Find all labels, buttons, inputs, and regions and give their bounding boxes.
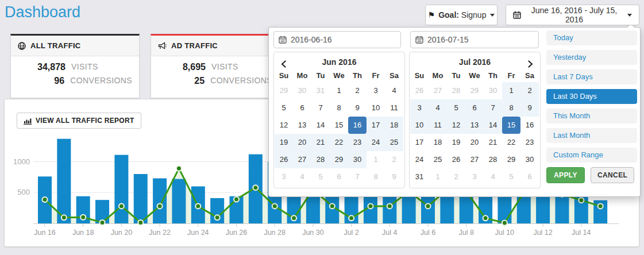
calendar-day[interactable]: 9 <box>520 99 539 117</box>
calendar-day[interactable]: 2 <box>447 168 465 186</box>
goal-selector-button[interactable]: ⚑ Goal: Signup <box>425 5 498 25</box>
ad-visits-point[interactable] <box>138 220 143 225</box>
calendar-day[interactable]: 17 <box>410 134 429 151</box>
calendar-day[interactable]: 6 <box>520 168 539 186</box>
calendar-day[interactable]: 12 <box>275 117 293 134</box>
calendar-day[interactable]: 22 <box>330 134 348 151</box>
calendar-day[interactable]: 19 <box>275 134 293 151</box>
calendar-day[interactable]: 30 <box>293 82 311 99</box>
calendar-day[interactable]: 7 <box>348 168 367 186</box>
calendar-day[interactable]: 6 <box>293 99 311 117</box>
calendar-day[interactable]: 31 <box>410 168 429 186</box>
prev-month-icon[interactable] <box>281 57 286 72</box>
calendar-day[interactable]: 10 <box>367 99 385 117</box>
calendar-day[interactable]: 11 <box>429 117 447 134</box>
calendar-day[interactable]: 29 <box>275 82 293 99</box>
range-option-today[interactable]: Today <box>546 30 637 45</box>
calendar-day[interactable]: 16 <box>520 117 539 134</box>
calendar-day[interactable]: 25 <box>385 134 403 151</box>
range-option-last-30-days[interactable]: Last 30 Days <box>546 89 637 104</box>
calendar-day[interactable]: 4 <box>385 82 403 99</box>
ad-visits-point[interactable] <box>43 197 48 202</box>
ad-visits-point[interactable] <box>215 215 220 220</box>
calendar-day[interactable]: 3 <box>410 99 429 117</box>
range-option-yesterday[interactable]: Yesterday <box>546 50 637 65</box>
ad-visits-point[interactable] <box>291 215 296 221</box>
ad-visits-point[interactable] <box>234 197 239 202</box>
ad-visits-point[interactable] <box>195 203 200 208</box>
calendar-day[interactable]: 19 <box>447 134 465 151</box>
calendar-day[interactable]: 1 <box>502 82 520 99</box>
visits-bar[interactable] <box>134 174 148 223</box>
ad-visits-point[interactable] <box>502 220 507 225</box>
calendar-day[interactable]: 13 <box>293 117 311 134</box>
calendar-day[interactable]: 14 <box>484 117 502 134</box>
calendar-day[interactable]: 8 <box>367 168 385 186</box>
next-month-icon[interactable] <box>528 57 533 72</box>
ad-visits-point[interactable] <box>253 185 258 190</box>
calendar-day[interactable]: 9 <box>385 168 403 186</box>
cancel-button[interactable]: CANCEL <box>591 167 634 183</box>
calendar-day[interactable]: 29 <box>502 151 520 168</box>
calendar-day[interactable]: 31 <box>311 82 330 99</box>
calendar-day[interactable]: 4 <box>293 168 311 186</box>
calendar-day[interactable]: 28 <box>311 151 330 168</box>
range-option-custom-range[interactable]: Custom Range <box>546 148 637 163</box>
calendar-day[interactable]: 28 <box>447 82 465 99</box>
calendar-day[interactable]: 1 <box>367 151 385 168</box>
visits-bar[interactable] <box>172 179 186 223</box>
range-option-this-month[interactable]: This Month <box>546 109 637 123</box>
ad-visits-point[interactable] <box>157 203 163 208</box>
ad-visits-point[interactable] <box>272 203 277 208</box>
calendar-day[interactable]: 8 <box>330 99 348 117</box>
calendar-day[interactable]: 1 <box>429 168 447 186</box>
calendar-day[interactable]: 23 <box>520 134 539 151</box>
calendar-day[interactable]: 29 <box>465 82 484 99</box>
calendar-day[interactable]: 1 <box>330 82 348 99</box>
range-option-last-7-days[interactable]: Last 7 Days <box>546 69 637 84</box>
calendar-day[interactable]: 11 <box>385 99 403 117</box>
calendar-day[interactable]: 26 <box>275 151 293 168</box>
calendar-day[interactable]: 17 <box>367 117 385 134</box>
calendar-day[interactable]: 30 <box>520 151 539 168</box>
calendar-day[interactable]: 2 <box>348 82 367 99</box>
visits-bar[interactable] <box>153 179 167 223</box>
start-date-input[interactable] <box>273 31 401 48</box>
calendar-day[interactable]: 21 <box>484 134 502 151</box>
calendar-day-selected[interactable]: 15 <box>502 117 520 134</box>
calendar-day[interactable]: 28 <box>484 151 502 168</box>
ad-visits-point[interactable] <box>349 215 354 221</box>
ad-visits-point[interactable] <box>579 198 584 203</box>
ad-visits-point[interactable] <box>61 215 67 220</box>
calendar-day[interactable]: 14 <box>311 117 330 134</box>
ad-visits-point[interactable] <box>387 203 392 208</box>
calendar-day[interactable]: 18 <box>429 134 447 151</box>
calendar-day[interactable]: 27 <box>293 151 311 168</box>
calendar-day[interactable]: 24 <box>367 134 385 151</box>
calendar-day[interactable]: 10 <box>410 117 429 134</box>
visits-bar[interactable] <box>114 155 128 223</box>
calendar-day-selected[interactable]: 16 <box>348 117 367 134</box>
calendar-day[interactable]: 30 <box>348 151 367 168</box>
calendar-day[interactable]: 30 <box>484 82 502 99</box>
calendar-day[interactable]: 21 <box>311 134 330 151</box>
calendar-day[interactable]: 25 <box>429 151 447 168</box>
calendar-day[interactable]: 15 <box>330 117 348 134</box>
calendar-day[interactable]: 29 <box>330 151 348 168</box>
calendar-day[interactable]: 26 <box>447 151 465 168</box>
range-option-last-month[interactable]: Last Month <box>546 128 637 143</box>
calendar-day[interactable]: 7 <box>311 99 330 117</box>
calendar-day[interactable]: 20 <box>293 134 311 151</box>
ad-visits-point[interactable] <box>483 215 488 221</box>
ad-visits-point[interactable] <box>598 203 603 208</box>
calendar-day[interactable]: 5 <box>447 99 465 117</box>
calendar-day[interactable]: 23 <box>348 134 367 151</box>
ad-visits-point[interactable] <box>176 166 182 171</box>
calendar-day[interactable]: 3 <box>367 82 385 99</box>
calendar-day[interactable]: 6 <box>465 99 484 117</box>
calendar-day[interactable]: 18 <box>385 117 403 134</box>
ad-visits-point[interactable] <box>80 215 86 220</box>
calendar-day[interactable]: 3 <box>275 168 293 186</box>
visits-bar[interactable] <box>57 139 71 223</box>
calendar-day[interactable]: 4 <box>429 99 447 117</box>
